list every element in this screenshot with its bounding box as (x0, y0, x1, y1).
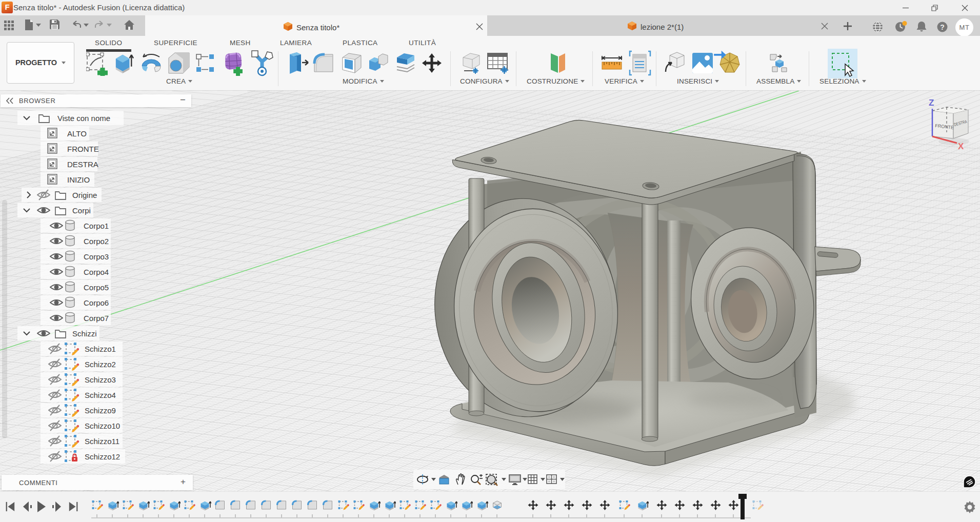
svg-text:Z: Z (929, 98, 934, 108)
svg-text:X: X (958, 142, 964, 151)
svg-text:?: ? (940, 23, 945, 31)
